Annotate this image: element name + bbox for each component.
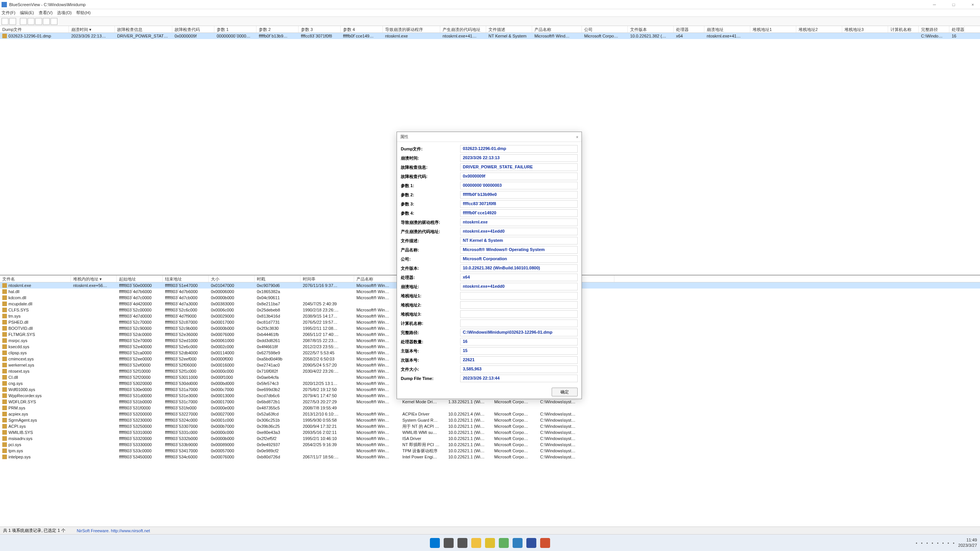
upper-col-21[interactable]: 处理器数 xyxy=(949,26,965,33)
keyboard-icon[interactable]: • xyxy=(932,541,933,545)
lower-col-5[interactable]: 时戳 xyxy=(255,276,301,282)
dump-row[interactable]: 032623-12296-01.dmp2023/3/26 22:13…DRIVE… xyxy=(0,33,980,39)
user-icon[interactable]: • xyxy=(947,541,949,545)
lower-col-6[interactable]: 时间串 xyxy=(301,276,354,282)
upper-col-0[interactable]: Dump文件 xyxy=(0,26,69,33)
upper-col-19[interactable]: 计算机名称 xyxy=(888,26,919,33)
app3-icon[interactable] xyxy=(540,538,550,548)
maximize-button[interactable]: □ xyxy=(948,2,959,7)
prop-value[interactable]: fffffb0f`b13b99e0 xyxy=(460,191,578,199)
prop-value[interactable] xyxy=(460,320,578,327)
tool-props[interactable] xyxy=(28,18,34,25)
driver-row[interactable]: msisadrv.sysfffff803`53320000fffff803`53… xyxy=(0,435,980,442)
tool-find[interactable] xyxy=(43,18,50,25)
upper-col-2[interactable]: 故障检查信息 xyxy=(115,26,172,33)
start-icon[interactable] xyxy=(430,538,440,548)
prop-value[interactable] xyxy=(460,310,578,318)
upper-col-8[interactable]: 导致崩溃的驱动程序 xyxy=(383,26,440,33)
ok-button[interactable]: 确定 xyxy=(552,388,578,396)
settings-icon[interactable]: • xyxy=(942,541,944,545)
prop-value[interactable]: C:\Windows\Minidump\032623-12296-01.dmp xyxy=(460,329,578,336)
prop-value[interactable] xyxy=(460,292,578,300)
cloud-icon[interactable]: • xyxy=(937,541,939,545)
upper-col-1[interactable]: 崩溃时间 ▾ xyxy=(69,26,115,33)
volume-icon[interactable]: • xyxy=(921,541,923,545)
prop-value[interactable]: x64 xyxy=(460,274,578,281)
upper-col-18[interactable]: 堆栈地址3 xyxy=(842,26,888,33)
minimize-button[interactable]: ─ xyxy=(929,2,940,7)
prop-value[interactable]: ntoskrnl.exe xyxy=(460,218,578,226)
edge-icon[interactable] xyxy=(513,538,523,548)
explorer-icon[interactable] xyxy=(471,538,481,548)
driver-row[interactable]: intelpep.sysfffff803`53450000fffff803`53… xyxy=(0,454,980,460)
menu-item-0[interactable]: 文件(F) xyxy=(2,10,15,16)
battery-icon[interactable]: • xyxy=(916,541,917,545)
upper-col-16[interactable]: 堆栈地址1 xyxy=(750,26,796,33)
lower-col-0[interactable]: 文件名 xyxy=(0,276,71,282)
upper-col-3[interactable]: 故障检查代码 xyxy=(172,26,214,33)
driver-row[interactable]: ACPI.sysfffff803`53250000fffff803`533070… xyxy=(0,423,980,429)
prop-value[interactable]: 22621 xyxy=(460,356,578,364)
bluescreen-icon[interactable] xyxy=(526,538,536,548)
prop-value[interactable]: Microsoft® Windows® Operating System xyxy=(460,246,578,254)
close-button[interactable]: × xyxy=(967,2,978,7)
menu-item-3[interactable]: 选项(O) xyxy=(57,10,72,16)
prop-value[interactable]: 16 xyxy=(460,338,578,346)
taskbar-clock[interactable]: 11:49 2023/3/27 xyxy=(958,538,977,548)
upper-col-17[interactable]: 堆栈地址2 xyxy=(796,26,842,33)
app2-icon[interactable] xyxy=(499,538,509,548)
nirsoft-link[interactable]: NirSoft Freeware. http://www.nirsoft.net xyxy=(77,528,150,533)
driver-row[interactable]: SgrmAgent.sysfffff803`53230000fffff803`5… xyxy=(0,417,980,423)
upper-col-7[interactable]: 参数 4 xyxy=(341,26,383,33)
driver-row[interactable]: tpm.sysfffff803`533c0000fffff803`5341700… xyxy=(0,448,980,454)
menu-item-2[interactable]: 查看(V) xyxy=(39,10,53,16)
prop-value[interactable] xyxy=(460,301,578,309)
dialog-close-button[interactable]: × xyxy=(576,135,578,139)
prop-value[interactable]: NT Kernel & System xyxy=(460,237,578,245)
prop-value[interactable]: DRIVER_POWER_STATE_FAILURE xyxy=(460,163,578,171)
lower-col-3[interactable]: 结束地址 xyxy=(163,276,209,282)
menu-item-1[interactable]: 编辑(E) xyxy=(20,10,34,16)
prop-value[interactable]: ffffcc83`3071f0f8 xyxy=(460,200,578,208)
prop-value[interactable]: Microsoft Corporation xyxy=(460,255,578,263)
upper-col-10[interactable]: 文件描述 xyxy=(486,26,532,33)
lower-col-7[interactable]: 产品名称 xyxy=(354,276,400,282)
prop-value[interactable]: ntoskrnl.exe+41edd0 xyxy=(460,283,578,290)
taskview-icon[interactable] xyxy=(457,538,467,548)
tool-options[interactable] xyxy=(51,18,57,25)
app1-icon[interactable] xyxy=(485,538,495,548)
chevron-up-icon[interactable]: • xyxy=(953,541,954,545)
prop-value[interactable]: 10.0.22621.382 (WinBuild.160101.0800) xyxy=(460,264,578,272)
driver-row[interactable]: PRM.sysfffff803`531f0000fffff803`531fe00… xyxy=(0,405,980,411)
upper-col-14[interactable]: 处理器 xyxy=(674,26,704,33)
driver-row[interactable]: WMILIB.SYSfffff803`53310000fffff803`5331… xyxy=(0,429,980,435)
upper-col-6[interactable]: 参数 3 xyxy=(299,26,341,33)
tool-refresh[interactable] xyxy=(35,18,42,25)
prop-value[interactable]: 032623-12296-01.dmp xyxy=(460,145,578,153)
upper-col-15[interactable]: 崩溃地址 xyxy=(704,26,750,33)
prop-value[interactable]: 00000000`00000003 xyxy=(460,182,578,189)
driver-row[interactable]: acpiex.sysfffff803`53200000fffff803`5322… xyxy=(0,411,980,417)
search-icon[interactable] xyxy=(444,538,454,548)
prop-value[interactable]: 0x0000009f xyxy=(460,173,578,180)
tool-save[interactable] xyxy=(9,18,16,25)
prop-value[interactable]: 3,585,963 xyxy=(460,365,578,373)
upper-col-12[interactable]: 公司 xyxy=(582,26,628,33)
lower-col-4[interactable]: 大小 xyxy=(209,276,255,282)
prop-value[interactable]: fffffb0f`cce14920 xyxy=(460,209,578,217)
upper-col-20[interactable]: 完整路径 xyxy=(919,26,949,33)
upper-col-11[interactable]: 产品名称 xyxy=(532,26,582,33)
upper-col-9[interactable]: 产生崩溃的代码地址 xyxy=(440,26,486,33)
prop-value[interactable]: 15 xyxy=(460,347,578,355)
prop-value[interactable]: 2023/3/26 22:13:13 xyxy=(460,154,578,162)
wifi-icon[interactable]: • xyxy=(926,541,928,545)
lower-col-2[interactable]: 起始地址 xyxy=(117,276,163,282)
upper-col-4[interactable]: 参数 1 xyxy=(214,26,256,33)
driver-row[interactable]: WDFLDR.SYSfffff803`531b0000fffff803`531c… xyxy=(0,399,980,405)
driver-row[interactable]: pci.sysfffff803`53330000fffff803`533b900… xyxy=(0,442,980,448)
tool-open[interactable] xyxy=(2,18,8,25)
tool-copy[interactable] xyxy=(20,18,27,25)
prop-value[interactable]: ntoskrnl.exe+41edd0 xyxy=(460,228,578,235)
lower-col-1[interactable]: 堆栈内的地址 ▾ xyxy=(71,276,117,282)
dialog-titlebar[interactable]: 属性 × xyxy=(397,132,581,142)
